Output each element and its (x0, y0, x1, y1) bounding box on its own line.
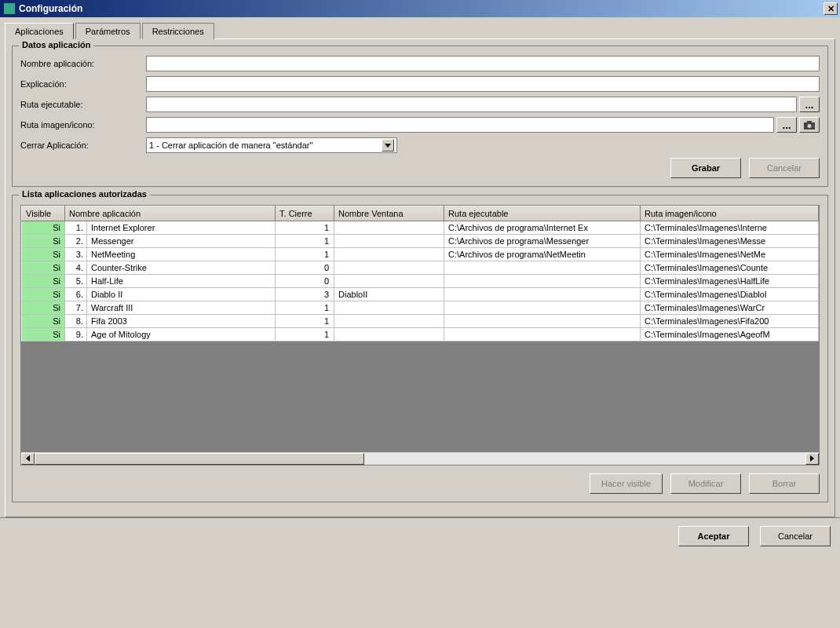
chevron-down-icon (382, 139, 394, 152)
cell-visible: Si (22, 235, 65, 248)
cell-tcierre: 0 (276, 261, 334, 275)
borrar-button[interactable]: Borrar (749, 473, 820, 494)
table-row[interactable]: Si2.Messenger1C:\Archivos de programa\Me… (22, 235, 819, 248)
input-nombre[interactable] (146, 56, 820, 71)
cell-ruta-exe: C:\Archivos de programa\NetMeetin (444, 248, 641, 261)
cell-ruta-exe: C:\Archivos de programa\Internet Ex (444, 221, 641, 235)
grabar-button[interactable]: Grabar (670, 158, 741, 178)
cell-tcierre: 1 (276, 301, 334, 315)
table-row[interactable]: Si3.NetMeeting1C:\Archivos de programa\N… (22, 248, 819, 261)
table-row[interactable]: Si4.Counter-Strike0C:\Terminales\Imagene… (22, 261, 819, 275)
cell-tcierre: 1 (276, 315, 334, 328)
cell-nombre: Age of Mitology (87, 328, 276, 341)
cell-ruta-img: C:\Terminales\Imagenes\NetMe (641, 248, 819, 261)
combo-cerrar-value: 1 - Cerrar aplicación de manera "estánda… (149, 141, 312, 150)
cell-ventana (334, 248, 444, 261)
tab-restricciones[interactable]: Restricciones (142, 23, 214, 39)
input-ruta-exe[interactable] (146, 97, 797, 112)
col-ventana[interactable]: Nombre Ventana (334, 206, 444, 221)
cell-ventana: DiabloII (334, 288, 444, 301)
cell-ruta-exe (444, 315, 641, 328)
scroll-track[interactable] (35, 453, 805, 465)
cell-nombre: Fifa 2003 (87, 315, 276, 328)
scroll-thumb[interactable] (35, 453, 364, 465)
aceptar-button[interactable]: Aceptar (678, 526, 749, 546)
cell-ruta-img: C:\Terminales\Imagenes\DiabloI (641, 288, 819, 301)
cell-visible: Si (22, 301, 65, 315)
cell-ruta-exe (444, 275, 641, 288)
label-explicacion: Explicación: (20, 79, 146, 89)
tab-bar: Aplicaciones Parámetros Restricciones (5, 22, 835, 38)
cell-tcierre: 1 (276, 248, 334, 261)
browse-exe-button[interactable]: ... (799, 97, 820, 112)
tab-label: Parámetros (86, 27, 130, 36)
col-tcierre[interactable]: T. Cierre (276, 206, 334, 221)
cancelar-form-button[interactable]: Cancelar (749, 158, 820, 178)
cell-visible: Si (22, 328, 65, 341)
table-row[interactable]: Si7.Warcraft III1C:\Terminales\Imagenes\… (22, 301, 819, 315)
app-table: Visible Nombre aplicación T. Cierre Nomb… (21, 206, 819, 341)
table-row[interactable]: Si8.Fifa 20031C:\Terminales\Imagenes\Fif… (22, 315, 819, 328)
scroll-left-button[interactable] (21, 453, 35, 465)
cancelar-dialog-button[interactable]: Cancelar (760, 526, 831, 546)
cell-ruta-img: C:\Terminales\Imagenes\Fifa200 (641, 315, 819, 328)
tab-label: Restricciones (152, 27, 204, 36)
groupbox-datos-title: Datos aplicación (19, 40, 93, 49)
cell-tcierre: 1 (276, 328, 334, 341)
cell-nombre: Half-Life (87, 275, 276, 288)
table-row[interactable]: Si5.Half-Life0C:\Terminales\Imagenes\Hal… (22, 275, 819, 288)
col-ruta-exe[interactable]: Ruta ejecutable (444, 206, 641, 221)
cell-index: 8. (65, 315, 87, 328)
modificar-button[interactable]: Modificar (670, 473, 741, 494)
col-ruta-img[interactable]: Ruta imagen/icono (641, 206, 819, 221)
cell-index: 4. (65, 261, 87, 275)
close-icon: ✕ (827, 5, 835, 13)
cell-tcierre: 1 (276, 221, 334, 235)
cell-ventana (334, 261, 444, 275)
cell-ventana (334, 301, 444, 315)
cell-ventana (334, 235, 444, 248)
titlebar: Configuración ✕ (0, 0, 840, 17)
input-ruta-img[interactable] (146, 117, 774, 133)
horizontal-scrollbar[interactable] (20, 452, 820, 466)
cell-ventana (334, 275, 444, 288)
col-nombre[interactable]: Nombre aplicación (65, 206, 276, 221)
label-ruta-exe: Ruta ejecutable: (20, 100, 146, 109)
cell-tcierre: 0 (276, 275, 334, 288)
table-row[interactable]: Si6.Diablo II3DiabloIIC:\Terminales\Imag… (22, 288, 819, 301)
table-wrap: Visible Nombre aplicación T. Cierre Nomb… (20, 205, 820, 452)
cell-ruta-exe: C:\Archivos de programa\Messenger (444, 235, 641, 248)
cell-tcierre: 1 (276, 235, 334, 248)
cell-ruta-img: C:\Terminales\Imagenes\Interne (641, 221, 819, 235)
label-cerrar: Cerrar Aplicación: (20, 141, 146, 150)
dialog-footer: Aceptar Cancelar (0, 517, 840, 554)
col-visible[interactable]: Visible (22, 206, 65, 221)
scroll-right-button[interactable] (805, 453, 819, 465)
cell-nombre: Messenger (87, 235, 276, 248)
groupbox-datos: Datos aplicación Nombre aplicación: Expl… (12, 46, 828, 187)
cell-nombre: NetMeeting (87, 248, 276, 261)
cell-index: 9. (65, 328, 87, 341)
cell-nombre: Counter-Strike (87, 261, 276, 275)
cell-nombre: Diablo II (87, 288, 276, 301)
svg-point-2 (808, 124, 812, 128)
hacer-visible-button[interactable]: Hacer visible (590, 473, 663, 494)
combo-cerrar[interactable]: 1 - Cerrar aplicación de manera "estánda… (146, 137, 397, 153)
svg-marker-4 (26, 455, 30, 462)
cell-ruta-img: C:\Terminales\Imagenes\Counte (641, 261, 819, 275)
groupbox-lista: Lista aplicaciones autorizadas Visible N… (12, 195, 828, 502)
browse-img-button[interactable]: ... (776, 117, 797, 133)
cell-visible: Si (22, 275, 65, 288)
tab-parametros[interactable]: Parámetros (75, 23, 141, 39)
input-explicacion[interactable] (146, 76, 820, 92)
table-row[interactable]: Si1.Internet Explorer1C:\Archivos de pro… (22, 221, 819, 235)
chevron-left-icon (26, 455, 30, 462)
close-button[interactable]: ✕ (824, 2, 838, 15)
cell-visible: Si (22, 315, 65, 328)
cell-tcierre: 3 (276, 288, 334, 301)
label-nombre: Nombre aplicación: (20, 59, 146, 68)
cell-ruta-exe (444, 301, 641, 315)
table-row[interactable]: Si9.Age of Mitology1C:\Terminales\Imagen… (22, 328, 819, 341)
capture-icon-button[interactable] (799, 117, 820, 133)
tab-aplicaciones[interactable]: Aplicaciones (5, 23, 74, 39)
